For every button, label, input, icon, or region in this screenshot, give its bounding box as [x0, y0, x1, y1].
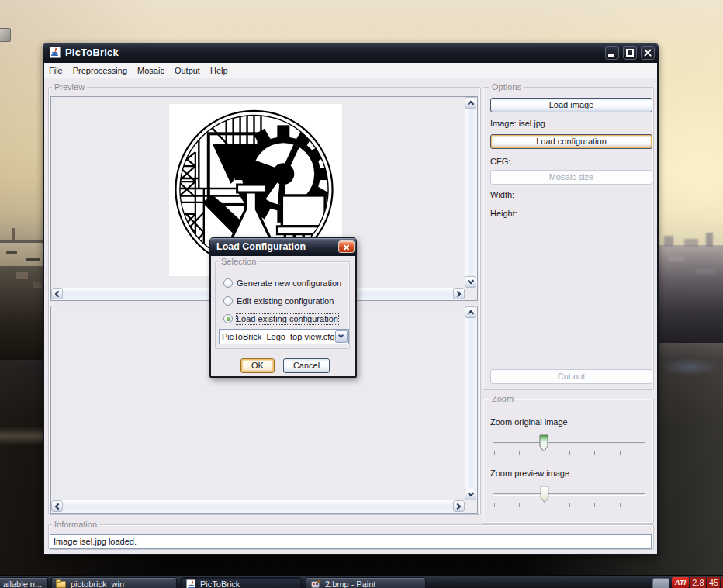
chevron-right-icon — [455, 291, 461, 297]
chevron-up-icon — [468, 101, 474, 107]
scroll-down-button[interactable] — [465, 276, 476, 288]
cfg-label: CFG: — [490, 157, 510, 166]
original-vertical-scrollbar[interactable] — [465, 97, 477, 288]
radio-label[interactable]: Edit existing configuration — [237, 296, 334, 306]
load-image-button[interactable]: Load image — [490, 98, 652, 112]
cut-out-button[interactable]: Cut out — [490, 369, 652, 384]
load-configuration-dialog: Load Configuration Selection Generate ne… — [209, 237, 357, 378]
ok-button[interactable]: OK — [240, 358, 275, 373]
radio-selected-dot — [227, 317, 230, 321]
taskbar-item-pictobrick[interactable]: PicToBrick — [181, 577, 302, 588]
scrollbar-corner — [465, 288, 477, 300]
radio-generate-new[interactable]: Generate new configuration — [223, 278, 344, 289]
close-button[interactable] — [641, 46, 655, 60]
zoom-original-slider[interactable] — [493, 436, 646, 462]
folder-icon — [56, 579, 67, 588]
window-title: PicToBrick — [65, 47, 119, 58]
minimize-icon — [608, 54, 614, 57]
menu-help[interactable]: Help — [205, 63, 233, 78]
water-reflection — [0, 427, 43, 445]
preview-horizontal-scrollbar[interactable] — [51, 500, 465, 513]
taskbar-toolbar-button[interactable] — [652, 578, 669, 588]
width-label: Width: — [490, 190, 514, 199]
scroll-right-button[interactable] — [453, 288, 465, 299]
slider-track[interactable] — [493, 493, 646, 496]
zoom-group-label: Zoom — [489, 395, 516, 403]
maximize-button[interactable] — [623, 46, 637, 60]
chevron-down-icon — [468, 278, 474, 284]
taskbar-item-paint[interactable]: 2.bmp - Paint — [306, 577, 426, 588]
radio-label[interactable]: Load existing configuration — [237, 314, 338, 324]
dialog-close-button[interactable] — [338, 240, 355, 253]
mosaic-size-button[interactable]: Mosaic size — [490, 170, 652, 185]
chevron-up-icon — [468, 310, 474, 316]
dialog-title: Load Configuration — [216, 241, 306, 252]
desktop-icon[interactable] — [0, 28, 12, 43]
zoom-group: Zoom Zoom original image Zoom preview im… — [483, 399, 654, 524]
zoom-original-label: Zoom original image — [490, 417, 568, 427]
bridge-silhouette — [0, 228, 44, 360]
menu-preprocessing[interactable]: Preprocessing — [67, 63, 132, 78]
menu-mosaic[interactable]: Mosaic — [132, 63, 169, 78]
image-name-label: Image: isel.jpg — [490, 119, 545, 128]
minimize-button[interactable] — [605, 46, 619, 60]
radio-circle[interactable] — [223, 314, 233, 323]
app-icon — [49, 47, 61, 59]
scroll-up-button[interactable] — [465, 306, 476, 318]
taskbar-item-pictobrick-win[interactable]: pictobrick_win — [51, 577, 177, 588]
slider-ticks — [494, 451, 645, 456]
ati-tray-icon[interactable]: ATI — [672, 577, 689, 588]
chevron-left-icon — [55, 503, 61, 510]
radio-label[interactable]: Generate new configuration — [237, 278, 341, 289]
scroll-left-button[interactable] — [51, 500, 63, 512]
zoom-preview-slider[interactable] — [493, 487, 646, 514]
information-group: Information Image isel.jpg loaded. — [48, 524, 654, 550]
scroll-down-button[interactable] — [465, 489, 476, 500]
chevron-left-icon — [55, 291, 61, 297]
scroll-left-button[interactable] — [51, 288, 63, 299]
window-titlebar[interactable]: PicToBrick — [43, 43, 659, 63]
slider-track[interactable] — [493, 442, 646, 444]
combobox-value: PicToBrick_Lego_top view.cfg — [222, 332, 335, 341]
taskbar-item-available[interactable]: ailable n... — [0, 577, 48, 588]
load-configuration-button[interactable]: Load configuration — [490, 134, 652, 149]
information-group-label: Information — [52, 521, 99, 529]
cancel-button[interactable]: Cancel — [283, 358, 330, 373]
city-silhouette — [658, 245, 723, 343]
scroll-right-button[interactable] — [453, 500, 465, 512]
preview-vertical-scrollbar[interactable] — [465, 306, 477, 500]
scrollbar-corner — [465, 500, 477, 513]
radio-edit-existing[interactable]: Edit existing configuration — [223, 296, 344, 306]
system-tray: ATI 2.8 45 — [670, 577, 723, 588]
slider-thumb[interactable] — [540, 486, 549, 503]
selection-group-label: Selection — [219, 258, 258, 266]
slider-ticks — [494, 503, 645, 507]
dialog-body: Selection Generate new configuration Edi… — [211, 256, 355, 376]
chevron-down-icon — [337, 333, 343, 338]
information-field[interactable]: Image isel.jpg loaded. — [50, 534, 652, 549]
preview-group-label: Preview — [52, 83, 87, 92]
height-label: Height: — [490, 209, 517, 218]
radio-circle[interactable] — [223, 296, 233, 306]
menu-file[interactable]: File — [44, 63, 67, 78]
options-group-label: Options — [489, 83, 524, 92]
java-icon — [185, 579, 196, 588]
scroll-up-button[interactable] — [465, 97, 476, 109]
cloud — [659, 358, 720, 375]
options-group: Options Load image Image: isel.jpg Load … — [483, 87, 654, 390]
radio-load-existing[interactable]: Load existing configuration — [223, 314, 344, 324]
radio-circle[interactable] — [223, 278, 233, 288]
combobox-dropdown-button[interactable] — [335, 330, 348, 343]
taskbar: ailable n... pictobrick_win PicToBrick 2… — [0, 575, 723, 588]
maximize-icon — [626, 49, 634, 57]
chevron-right-icon — [455, 503, 461, 510]
tray-value-2[interactable]: 45 — [707, 577, 720, 588]
paint-icon — [310, 579, 321, 588]
dialog-titlebar[interactable]: Load Configuration — [210, 238, 356, 256]
tray-value-1[interactable]: 2.8 — [690, 577, 706, 588]
zoom-preview-label: Zoom preview image — [490, 469, 569, 478]
slider-thumb[interactable] — [539, 434, 548, 452]
menu-bar: File Preprocessing Mosaic Output Help — [44, 63, 657, 78]
configuration-combobox[interactable]: PicToBrick_Lego_top view.cfg — [219, 329, 349, 344]
menu-output[interactable]: Output — [169, 63, 205, 78]
